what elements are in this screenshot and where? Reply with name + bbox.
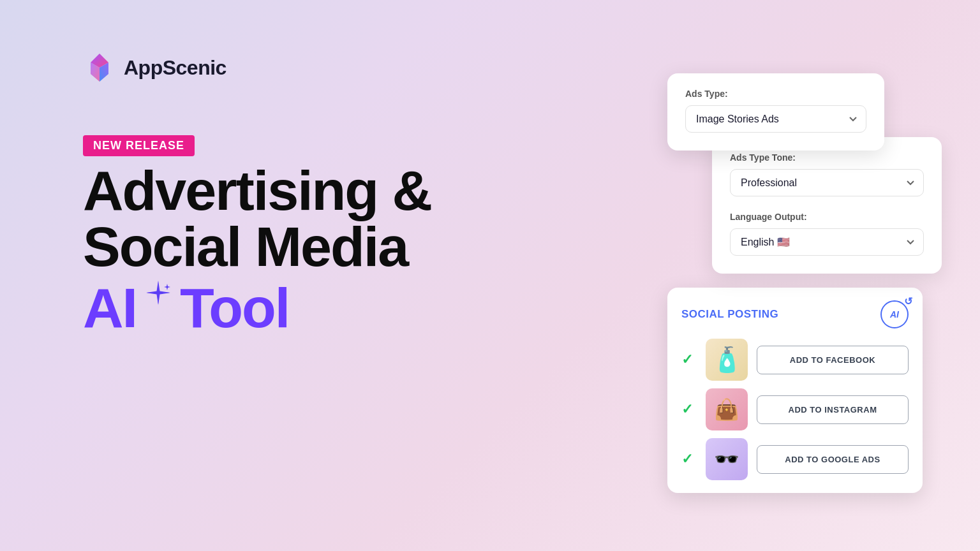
google-ads-check-icon: ✓ bbox=[681, 451, 697, 467]
language-label: Language Output: bbox=[730, 212, 924, 222]
perfume-icon: 🧴 bbox=[712, 346, 742, 374]
social-posting-header: SOCIAL POSTING AI bbox=[681, 300, 909, 328]
facebook-row: ✓ 🧴 ADD TO FACEBOOK bbox=[681, 339, 909, 381]
cards-wrapper: Ads Type: Image Stories Ads Video Ads Ca… bbox=[667, 73, 923, 277]
logo-text: AppScenic bbox=[124, 56, 226, 80]
social-posting-card: SOCIAL POSTING AI ✓ 🧴 ADD TO FACEBOOK ✓ … bbox=[667, 288, 923, 493]
tone-label: Ads Type Tone: bbox=[730, 152, 924, 163]
main-heading: Advertising & Social Media bbox=[83, 163, 561, 275]
ai-text: AI bbox=[83, 280, 137, 336]
heading-line1: Advertising & bbox=[83, 163, 561, 219]
perfume-thumbnail: 🧴 bbox=[706, 339, 748, 381]
glasses-icon: 🕶️ bbox=[714, 447, 739, 471]
ads-type-label: Ads Type: bbox=[685, 89, 866, 99]
instagram-check-icon: ✓ bbox=[681, 401, 697, 418]
facebook-check-icon: ✓ bbox=[681, 351, 697, 368]
ai-badge: AI bbox=[880, 300, 909, 328]
heading-line2: Social Media bbox=[83, 219, 561, 275]
appscenic-logo-icon bbox=[83, 51, 116, 84]
tool-text: Tool bbox=[180, 280, 289, 336]
logo-area: AppScenic bbox=[83, 51, 561, 84]
left-section: AppScenic NEW RELEASE Advertising & Soci… bbox=[83, 51, 561, 336]
language-select[interactable]: English 🇺🇸 Spanish French German bbox=[730, 228, 924, 256]
social-posting-title: SOCIAL POSTING bbox=[681, 308, 778, 321]
ai-badge-text: AI bbox=[890, 309, 899, 320]
google-ads-row: ✓ 🕶️ ADD TO GOOGLE ADS bbox=[681, 438, 909, 480]
add-to-instagram-button[interactable]: ADD TO INSTAGRAM bbox=[757, 395, 909, 424]
glasses-thumbnail: 🕶️ bbox=[706, 438, 748, 480]
ai-tool-line: AI Tool bbox=[83, 280, 561, 336]
right-section: Ads Type: Image Stories Ads Video Ads Ca… bbox=[667, 73, 923, 493]
ads-type-select[interactable]: Image Stories Ads Video Ads Carousel Ads bbox=[685, 105, 866, 133]
tone-language-card: Ads Type Tone: Professional Casual Frien… bbox=[712, 137, 942, 274]
add-to-google-ads-button[interactable]: ADD TO GOOGLE ADS bbox=[757, 445, 909, 474]
ads-type-card: Ads Type: Image Stories Ads Video Ads Ca… bbox=[667, 73, 884, 151]
add-to-facebook-button[interactable]: ADD TO FACEBOOK bbox=[757, 346, 909, 374]
bag-icon: 👜 bbox=[714, 397, 739, 422]
tone-select[interactable]: Professional Casual Friendly Formal bbox=[730, 169, 924, 196]
instagram-row: ✓ 👜 ADD TO INSTAGRAM bbox=[681, 388, 909, 430]
bag-thumbnail: 👜 bbox=[706, 388, 748, 430]
sparkle-icon bbox=[143, 280, 174, 318]
